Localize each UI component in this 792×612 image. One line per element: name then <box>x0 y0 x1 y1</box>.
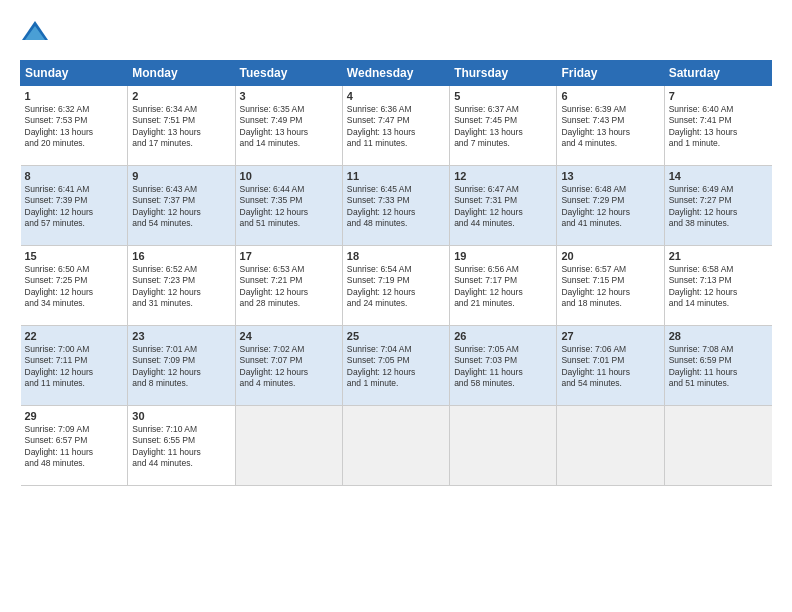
day-number: 5 <box>454 90 552 102</box>
cell-content: Sunrise: 6:45 AMSunset: 7:33 PMDaylight:… <box>347 184 445 230</box>
calendar-cell: 27Sunrise: 7:06 AMSunset: 7:01 PMDayligh… <box>557 326 664 406</box>
cell-content: Sunrise: 6:50 AMSunset: 7:25 PMDaylight:… <box>25 264 124 310</box>
day-number: 23 <box>132 330 230 342</box>
cell-content: Sunrise: 6:41 AMSunset: 7:39 PMDaylight:… <box>25 184 124 230</box>
col-header-saturday: Saturday <box>664 61 771 86</box>
calendar-cell: 25Sunrise: 7:04 AMSunset: 7:05 PMDayligh… <box>342 326 449 406</box>
week-row-1: 8Sunrise: 6:41 AMSunset: 7:39 PMDaylight… <box>21 166 772 246</box>
calendar-cell <box>235 406 342 486</box>
calendar-cell: 30Sunrise: 7:10 AMSunset: 6:55 PMDayligh… <box>128 406 235 486</box>
logo-icon <box>20 18 50 48</box>
cell-content: Sunrise: 7:05 AMSunset: 7:03 PMDaylight:… <box>454 344 552 390</box>
calendar-cell <box>450 406 557 486</box>
col-header-wednesday: Wednesday <box>342 61 449 86</box>
calendar-cell: 2Sunrise: 6:34 AMSunset: 7:51 PMDaylight… <box>128 86 235 166</box>
calendar-cell: 20Sunrise: 6:57 AMSunset: 7:15 PMDayligh… <box>557 246 664 326</box>
day-number: 15 <box>25 250 124 262</box>
day-number: 20 <box>561 250 659 262</box>
day-number: 16 <box>132 250 230 262</box>
col-header-monday: Monday <box>128 61 235 86</box>
day-number: 9 <box>132 170 230 182</box>
calendar-cell: 15Sunrise: 6:50 AMSunset: 7:25 PMDayligh… <box>21 246 128 326</box>
calendar-cell: 16Sunrise: 6:52 AMSunset: 7:23 PMDayligh… <box>128 246 235 326</box>
col-header-tuesday: Tuesday <box>235 61 342 86</box>
calendar-cell: 10Sunrise: 6:44 AMSunset: 7:35 PMDayligh… <box>235 166 342 246</box>
calendar-cell: 8Sunrise: 6:41 AMSunset: 7:39 PMDaylight… <box>21 166 128 246</box>
header-row: SundayMondayTuesdayWednesdayThursdayFrid… <box>21 61 772 86</box>
day-number: 27 <box>561 330 659 342</box>
logo <box>20 18 54 48</box>
calendar-cell: 29Sunrise: 7:09 AMSunset: 6:57 PMDayligh… <box>21 406 128 486</box>
day-number: 10 <box>240 170 338 182</box>
cell-content: Sunrise: 6:52 AMSunset: 7:23 PMDaylight:… <box>132 264 230 310</box>
col-header-sunday: Sunday <box>21 61 128 86</box>
calendar-cell: 13Sunrise: 6:48 AMSunset: 7:29 PMDayligh… <box>557 166 664 246</box>
week-row-0: 1Sunrise: 6:32 AMSunset: 7:53 PMDaylight… <box>21 86 772 166</box>
day-number: 2 <box>132 90 230 102</box>
calendar-cell: 18Sunrise: 6:54 AMSunset: 7:19 PMDayligh… <box>342 246 449 326</box>
calendar-cell: 7Sunrise: 6:40 AMSunset: 7:41 PMDaylight… <box>664 86 771 166</box>
cell-content: Sunrise: 6:36 AMSunset: 7:47 PMDaylight:… <box>347 104 445 150</box>
day-number: 4 <box>347 90 445 102</box>
day-number: 25 <box>347 330 445 342</box>
day-number: 22 <box>25 330 124 342</box>
col-header-friday: Friday <box>557 61 664 86</box>
calendar-cell: 22Sunrise: 7:00 AMSunset: 7:11 PMDayligh… <box>21 326 128 406</box>
calendar-cell: 6Sunrise: 6:39 AMSunset: 7:43 PMDaylight… <box>557 86 664 166</box>
cell-content: Sunrise: 6:44 AMSunset: 7:35 PMDaylight:… <box>240 184 338 230</box>
cell-content: Sunrise: 6:39 AMSunset: 7:43 PMDaylight:… <box>561 104 659 150</box>
cell-content: Sunrise: 6:37 AMSunset: 7:45 PMDaylight:… <box>454 104 552 150</box>
week-row-4: 29Sunrise: 7:09 AMSunset: 6:57 PMDayligh… <box>21 406 772 486</box>
page: SundayMondayTuesdayWednesdayThursdayFrid… <box>0 0 792 496</box>
calendar-cell: 4Sunrise: 6:36 AMSunset: 7:47 PMDaylight… <box>342 86 449 166</box>
cell-content: Sunrise: 6:35 AMSunset: 7:49 PMDaylight:… <box>240 104 338 150</box>
cell-content: Sunrise: 6:47 AMSunset: 7:31 PMDaylight:… <box>454 184 552 230</box>
cell-content: Sunrise: 6:53 AMSunset: 7:21 PMDaylight:… <box>240 264 338 310</box>
day-number: 28 <box>669 330 768 342</box>
cell-content: Sunrise: 7:04 AMSunset: 7:05 PMDaylight:… <box>347 344 445 390</box>
cell-content: Sunrise: 6:57 AMSunset: 7:15 PMDaylight:… <box>561 264 659 310</box>
day-number: 13 <box>561 170 659 182</box>
day-number: 18 <box>347 250 445 262</box>
day-number: 17 <box>240 250 338 262</box>
calendar-cell <box>342 406 449 486</box>
cell-content: Sunrise: 7:00 AMSunset: 7:11 PMDaylight:… <box>25 344 124 390</box>
calendar-cell: 17Sunrise: 6:53 AMSunset: 7:21 PMDayligh… <box>235 246 342 326</box>
calendar-cell: 19Sunrise: 6:56 AMSunset: 7:17 PMDayligh… <box>450 246 557 326</box>
cell-content: Sunrise: 6:48 AMSunset: 7:29 PMDaylight:… <box>561 184 659 230</box>
calendar-cell: 21Sunrise: 6:58 AMSunset: 7:13 PMDayligh… <box>664 246 771 326</box>
day-number: 8 <box>25 170 124 182</box>
cell-content: Sunrise: 6:54 AMSunset: 7:19 PMDaylight:… <box>347 264 445 310</box>
calendar-table: SundayMondayTuesdayWednesdayThursdayFrid… <box>20 60 772 486</box>
calendar-cell: 24Sunrise: 7:02 AMSunset: 7:07 PMDayligh… <box>235 326 342 406</box>
day-number: 29 <box>25 410 124 422</box>
day-number: 11 <box>347 170 445 182</box>
calendar-cell: 11Sunrise: 6:45 AMSunset: 7:33 PMDayligh… <box>342 166 449 246</box>
calendar-cell: 23Sunrise: 7:01 AMSunset: 7:09 PMDayligh… <box>128 326 235 406</box>
header <box>20 18 772 48</box>
col-header-thursday: Thursday <box>450 61 557 86</box>
day-number: 12 <box>454 170 552 182</box>
cell-content: Sunrise: 7:02 AMSunset: 7:07 PMDaylight:… <box>240 344 338 390</box>
calendar-cell: 9Sunrise: 6:43 AMSunset: 7:37 PMDaylight… <box>128 166 235 246</box>
cell-content: Sunrise: 6:43 AMSunset: 7:37 PMDaylight:… <box>132 184 230 230</box>
calendar-cell: 12Sunrise: 6:47 AMSunset: 7:31 PMDayligh… <box>450 166 557 246</box>
calendar-cell: 1Sunrise: 6:32 AMSunset: 7:53 PMDaylight… <box>21 86 128 166</box>
cell-content: Sunrise: 7:09 AMSunset: 6:57 PMDaylight:… <box>25 424 124 470</box>
cell-content: Sunrise: 6:49 AMSunset: 7:27 PMDaylight:… <box>669 184 768 230</box>
cell-content: Sunrise: 6:34 AMSunset: 7:51 PMDaylight:… <box>132 104 230 150</box>
day-number: 1 <box>25 90 124 102</box>
day-number: 19 <box>454 250 552 262</box>
cell-content: Sunrise: 7:08 AMSunset: 6:59 PMDaylight:… <box>669 344 768 390</box>
cell-content: Sunrise: 7:06 AMSunset: 7:01 PMDaylight:… <box>561 344 659 390</box>
cell-content: Sunrise: 6:58 AMSunset: 7:13 PMDaylight:… <box>669 264 768 310</box>
day-number: 24 <box>240 330 338 342</box>
calendar-cell: 26Sunrise: 7:05 AMSunset: 7:03 PMDayligh… <box>450 326 557 406</box>
cell-content: Sunrise: 6:32 AMSunset: 7:53 PMDaylight:… <box>25 104 124 150</box>
cell-content: Sunrise: 6:40 AMSunset: 7:41 PMDaylight:… <box>669 104 768 150</box>
week-row-3: 22Sunrise: 7:00 AMSunset: 7:11 PMDayligh… <box>21 326 772 406</box>
week-row-2: 15Sunrise: 6:50 AMSunset: 7:25 PMDayligh… <box>21 246 772 326</box>
calendar-cell: 5Sunrise: 6:37 AMSunset: 7:45 PMDaylight… <box>450 86 557 166</box>
day-number: 21 <box>669 250 768 262</box>
calendar-cell: 28Sunrise: 7:08 AMSunset: 6:59 PMDayligh… <box>664 326 771 406</box>
